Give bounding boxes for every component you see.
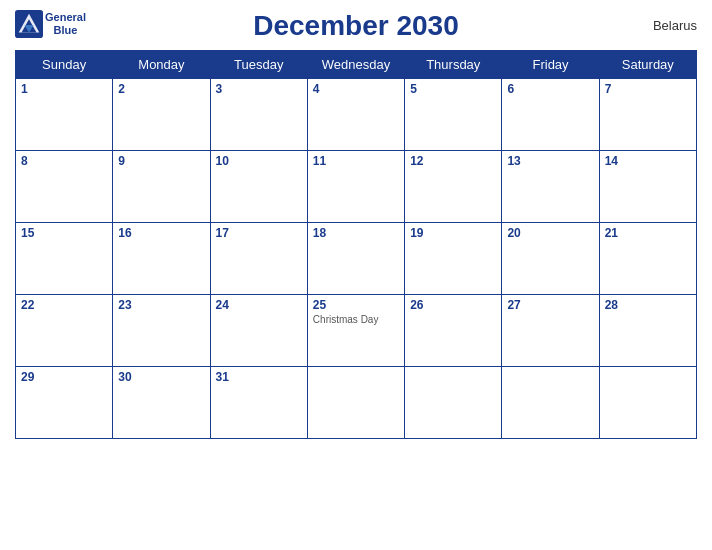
header-wednesday: Wednesday (307, 51, 404, 79)
day-cell: 2 (113, 79, 210, 151)
header-monday: Monday (113, 51, 210, 79)
header-thursday: Thursday (405, 51, 502, 79)
calendar-header: General Blue December 2030 Belarus (15, 10, 697, 42)
day-cell: 4 (307, 79, 404, 151)
day-number: 3 (216, 82, 302, 96)
day-number: 17 (216, 226, 302, 240)
day-number: 6 (507, 82, 593, 96)
day-number: 29 (21, 370, 107, 384)
logo-line1: General (45, 11, 86, 23)
day-cell: 8 (16, 151, 113, 223)
day-cell: 19 (405, 223, 502, 295)
day-cell: 20 (502, 223, 599, 295)
day-number: 11 (313, 154, 399, 168)
day-cell: 6 (502, 79, 599, 151)
day-number: 14 (605, 154, 691, 168)
day-cell: 16 (113, 223, 210, 295)
day-number: 31 (216, 370, 302, 384)
logo-area: General Blue (15, 10, 86, 38)
day-number: 19 (410, 226, 496, 240)
day-cell: 5 (405, 79, 502, 151)
day-cell: 29 (16, 367, 113, 439)
day-cell: 9 (113, 151, 210, 223)
day-number: 8 (21, 154, 107, 168)
day-cell: 12 (405, 151, 502, 223)
day-cell (405, 367, 502, 439)
day-number: 9 (118, 154, 204, 168)
day-number: 5 (410, 82, 496, 96)
day-number: 4 (313, 82, 399, 96)
day-number: 10 (216, 154, 302, 168)
header-sunday: Sunday (16, 51, 113, 79)
week-row-2: 891011121314 (16, 151, 697, 223)
day-cell (307, 367, 404, 439)
day-cell: 15 (16, 223, 113, 295)
day-cell: 26 (405, 295, 502, 367)
day-cell: 31 (210, 367, 307, 439)
day-number: 24 (216, 298, 302, 312)
calendar-table: Sunday Monday Tuesday Wednesday Thursday… (15, 50, 697, 439)
day-number: 30 (118, 370, 204, 384)
day-cell: 17 (210, 223, 307, 295)
day-number: 21 (605, 226, 691, 240)
week-row-3: 15161718192021 (16, 223, 697, 295)
week-row-1: 1234567 (16, 79, 697, 151)
day-cell: 24 (210, 295, 307, 367)
day-number: 22 (21, 298, 107, 312)
day-cell: 22 (16, 295, 113, 367)
day-number: 15 (21, 226, 107, 240)
day-cell: 14 (599, 151, 696, 223)
day-number: 27 (507, 298, 593, 312)
day-number: 2 (118, 82, 204, 96)
country-label: Belarus (653, 18, 697, 33)
day-cell: 27 (502, 295, 599, 367)
day-cell: 11 (307, 151, 404, 223)
day-cell: 10 (210, 151, 307, 223)
day-number: 7 (605, 82, 691, 96)
day-cell: 1 (16, 79, 113, 151)
day-number: 16 (118, 226, 204, 240)
calendar-title: December 2030 (15, 10, 697, 42)
weekday-header-row: Sunday Monday Tuesday Wednesday Thursday… (16, 51, 697, 79)
header-saturday: Saturday (599, 51, 696, 79)
day-number: 28 (605, 298, 691, 312)
day-number: 1 (21, 82, 107, 96)
day-cell: 30 (113, 367, 210, 439)
day-number: 18 (313, 226, 399, 240)
header-friday: Friday (502, 51, 599, 79)
day-number: 13 (507, 154, 593, 168)
day-number: 26 (410, 298, 496, 312)
day-cell: 21 (599, 223, 696, 295)
holiday-label: Christmas Day (313, 314, 399, 325)
day-cell (599, 367, 696, 439)
day-cell: 13 (502, 151, 599, 223)
week-row-4: 22232425Christmas Day262728 (16, 295, 697, 367)
day-number: 23 (118, 298, 204, 312)
day-cell: 25Christmas Day (307, 295, 404, 367)
day-number: 25 (313, 298, 399, 312)
day-cell: 18 (307, 223, 404, 295)
day-number: 12 (410, 154, 496, 168)
day-number: 20 (507, 226, 593, 240)
logo-icon (15, 10, 43, 38)
calendar-container: General Blue December 2030 Belarus Sunda… (0, 0, 712, 550)
header-tuesday: Tuesday (210, 51, 307, 79)
logo-line2: Blue (54, 24, 78, 36)
day-cell (502, 367, 599, 439)
day-cell: 23 (113, 295, 210, 367)
day-cell: 3 (210, 79, 307, 151)
logo-text: General Blue (45, 11, 86, 37)
day-cell: 7 (599, 79, 696, 151)
day-cell: 28 (599, 295, 696, 367)
week-row-5: 293031 (16, 367, 697, 439)
